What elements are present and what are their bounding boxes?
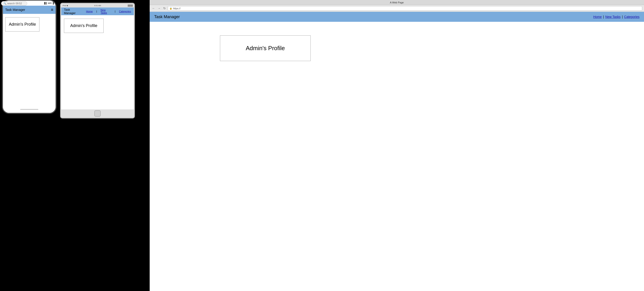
browser-titlebar: A Web Page bbox=[150, 0, 644, 5]
page-sep-2: | bbox=[622, 15, 623, 19]
browser-toolbar: ← → ↻ 🔒 https:// bbox=[150, 5, 644, 12]
tablet-nav-home[interactable]: Home bbox=[86, 10, 92, 13]
tablet-outer: iPad ◆ 8:31 AM ▐▐▐▐ Task Manager Home | … bbox=[60, 3, 135, 119]
tablet-brand: iPad ◆ bbox=[62, 5, 68, 7]
lock-icon: 🔒 bbox=[170, 7, 172, 10]
browser-window-title: A Web Page bbox=[390, 1, 404, 4]
phone-bottom bbox=[3, 106, 56, 113]
search-label: search bbox=[7, 2, 15, 5]
reload-button[interactable]: ↻ bbox=[162, 6, 166, 11]
forward-button[interactable]: → bbox=[157, 6, 161, 11]
search-time: 09:52 bbox=[16, 2, 22, 5]
tablet-content: Admin's Profile bbox=[61, 15, 134, 36]
page-navbar: Task Manager Home | New Tasks | Categori… bbox=[150, 12, 644, 22]
page-profile-text: Admin's Profile bbox=[246, 45, 285, 52]
phone-app-title: Task Manager bbox=[5, 8, 25, 12]
tablet-profile-text: Admin's Profile bbox=[70, 23, 97, 28]
tablet-home-button[interactable] bbox=[94, 110, 101, 117]
tablet-battery: ▐▐▐▐ bbox=[127, 5, 132, 7]
browser-page: Task Manager Home | New Tasks | Categori… bbox=[150, 12, 644, 291]
phone-navbar: Task Manager ≡ bbox=[3, 6, 56, 14]
address-bar[interactable]: 🔒 https:// bbox=[168, 6, 642, 11]
phone-profile-text: Admin's Profile bbox=[9, 22, 36, 27]
search-icon: 🔍 bbox=[4, 2, 6, 5]
tablet-nav-categories[interactable]: Categories bbox=[119, 10, 131, 13]
tablet-screen: Task Manager Home | New Tasks | Categori… bbox=[61, 8, 134, 109]
page-profile-box: Admin's Profile bbox=[220, 36, 311, 61]
tablet-mockup: iPad ◆ 8:31 AM ▐▐▐▐ Task Manager Home | … bbox=[60, 3, 135, 119]
phone-content: Admin's Profile bbox=[3, 14, 56, 35]
phone-signal-icons: ▌▌ WiFi ▐ bbox=[44, 2, 54, 4]
tablet-sep-1: | bbox=[96, 10, 97, 13]
page-content: Admin's Profile bbox=[150, 22, 644, 291]
page-nav-categories[interactable]: Categories bbox=[624, 15, 640, 19]
tablet-app-title: Task Manager bbox=[64, 8, 80, 15]
hamburger-icon[interactable]: ≡ bbox=[51, 8, 53, 12]
search-bar[interactable]: 🔍 search 09:52 bbox=[1, 1, 27, 6]
tablet-bottom bbox=[61, 110, 134, 117]
page-sep-1: | bbox=[603, 15, 604, 19]
phone-mockup: 09:52 AM ▌▌ WiFi ▐ Task Manager ≡ Admin'… bbox=[2, 0, 56, 114]
tablet-status-bar: iPad ◆ 8:31 AM ▐▐▐▐ bbox=[61, 4, 134, 8]
page-nav-home[interactable]: Home bbox=[593, 15, 602, 19]
tablet-sep-2: | bbox=[115, 10, 116, 13]
page-app-title: Task Manager bbox=[154, 15, 180, 19]
page-nav-new-tasks[interactable]: New Tasks bbox=[605, 15, 620, 19]
phone-outer: 09:52 AM ▌▌ WiFi ▐ Task Manager ≡ Admin'… bbox=[2, 0, 56, 114]
tablet-navbar: Task Manager Home | New Tasks | Categori… bbox=[61, 8, 134, 15]
tablet-nav-new-tasks[interactable]: New Tasks bbox=[101, 9, 111, 14]
back-button[interactable]: ← bbox=[152, 6, 156, 11]
tablet-time: 8:31 AM bbox=[94, 5, 101, 7]
phone-home-bar bbox=[20, 109, 38, 110]
phone-signal: ▌▌ WiFi ▐ bbox=[44, 2, 54, 4]
left-section: 🔍 search 09:52 09:52 AM ▌▌ WiFi ▐ Task M… bbox=[0, 0, 150, 291]
page-nav-links: Home | New Tasks | Categories bbox=[593, 15, 640, 19]
tablet-battery-icon: ▐▐▐▐ bbox=[127, 5, 132, 7]
right-section: A Web Page ← → ↻ 🔒 https:// Task Manager… bbox=[150, 0, 644, 291]
tablet-profile-box: Admin's Profile bbox=[64, 19, 104, 33]
phone-profile-box: Admin's Profile bbox=[5, 17, 40, 32]
address-url: https:// bbox=[173, 7, 180, 10]
